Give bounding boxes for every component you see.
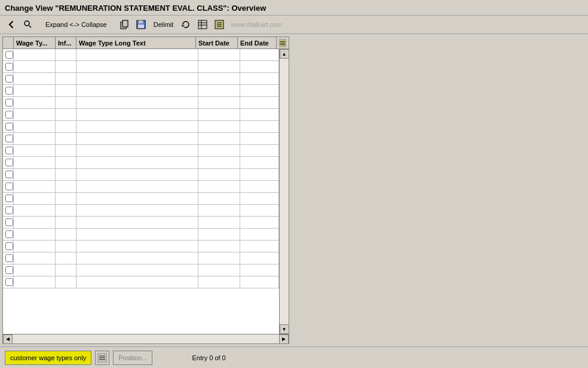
delimit-label: Delimit xyxy=(152,21,175,28)
horizontal-scrollbar[interactable]: ◀ ▶ xyxy=(3,334,289,343)
table-row[interactable] xyxy=(3,73,279,85)
row-end-date xyxy=(240,61,279,72)
row-long-text xyxy=(76,61,198,72)
scroll-down-button[interactable]: ▼ xyxy=(280,324,289,334)
scroll-up-button[interactable]: ▲ xyxy=(280,49,289,59)
row-start-date xyxy=(198,253,240,264)
entry-info: Entry 0 of 0 xyxy=(192,354,225,361)
table-row[interactable] xyxy=(3,109,279,121)
row-checkbox xyxy=(3,276,14,288)
table-row[interactable] xyxy=(3,145,279,157)
position-icon-button[interactable] xyxy=(95,351,109,365)
find-button[interactable] xyxy=(20,18,36,31)
row-wage-type xyxy=(14,264,56,276)
row-long-text xyxy=(76,217,198,228)
right-panel xyxy=(289,37,586,344)
row-inf xyxy=(56,49,76,60)
row-inf xyxy=(56,85,76,96)
row-long-text xyxy=(76,85,198,96)
table-rows xyxy=(3,49,279,334)
table-row[interactable] xyxy=(3,217,279,229)
row-checkbox xyxy=(3,109,14,120)
table-row[interactable] xyxy=(3,276,279,288)
table-scroll-area: ▲ ▼ xyxy=(3,49,289,334)
row-inf xyxy=(56,241,76,252)
row-start-date xyxy=(198,217,240,228)
customer-wage-types-label: customer wage types only xyxy=(10,354,86,361)
row-wage-type xyxy=(14,133,56,144)
scroll-right-button[interactable]: ▶ xyxy=(279,334,289,344)
row-start-date xyxy=(198,133,240,144)
row-inf xyxy=(56,121,76,132)
row-end-date xyxy=(240,133,279,144)
table-row[interactable] xyxy=(3,121,279,133)
row-long-text xyxy=(76,181,198,192)
table-row[interactable] xyxy=(3,253,279,264)
scroll-left-button[interactable]: ◀ xyxy=(3,334,13,344)
footer: customer wage types only Position... Ent… xyxy=(0,346,588,368)
table-row[interactable] xyxy=(3,49,279,61)
row-start-date xyxy=(198,145,240,156)
row-wage-type xyxy=(14,229,56,240)
scroll-track[interactable] xyxy=(280,59,289,324)
customer-wage-types-button[interactable]: customer wage types only xyxy=(5,351,91,365)
content-area: Wage Ty... Inf... Wage Type Long Text St… xyxy=(0,34,588,346)
th-column-config[interactable] xyxy=(277,37,289,48)
table-row[interactable] xyxy=(3,264,279,276)
data-table: Wage Ty... Inf... Wage Type Long Text St… xyxy=(2,37,289,344)
refresh-button[interactable] xyxy=(178,18,194,31)
row-start-date xyxy=(198,241,240,252)
row-start-date xyxy=(198,85,240,96)
position-label: Position... xyxy=(118,354,147,361)
th-start-date: Start Date xyxy=(196,37,238,48)
delimit-button[interactable]: Delimit xyxy=(150,18,177,31)
table-row[interactable] xyxy=(3,85,279,97)
table-button[interactable] xyxy=(195,18,210,31)
table-row[interactable] xyxy=(3,169,279,181)
row-end-date xyxy=(240,85,279,96)
th-end-date: End Date xyxy=(238,37,277,48)
table-row[interactable] xyxy=(3,229,279,241)
row-end-date xyxy=(240,97,279,108)
row-inf xyxy=(56,97,76,108)
table-row[interactable] xyxy=(3,157,279,169)
row-long-text xyxy=(76,109,198,120)
table-row[interactable] xyxy=(3,181,279,193)
save-button[interactable] xyxy=(133,18,149,31)
row-checkbox xyxy=(3,121,14,132)
row-wage-type xyxy=(14,205,56,216)
vertical-scrollbar[interactable]: ▲ ▼ xyxy=(279,49,289,334)
row-end-date xyxy=(240,169,279,180)
row-checkbox xyxy=(3,85,14,96)
table-row[interactable] xyxy=(3,241,279,253)
row-long-text xyxy=(76,73,198,84)
row-checkbox xyxy=(3,193,14,204)
table-row[interactable] xyxy=(3,205,279,217)
th-checkbox xyxy=(3,37,14,48)
table-row[interactable] xyxy=(3,133,279,145)
row-end-date xyxy=(240,145,279,156)
row-end-date xyxy=(240,73,279,84)
row-start-date xyxy=(198,205,240,216)
position-button[interactable]: Position... xyxy=(113,351,152,365)
row-inf xyxy=(56,205,76,216)
row-start-date xyxy=(198,157,240,168)
table-row[interactable] xyxy=(3,61,279,73)
table-row[interactable] xyxy=(3,193,279,205)
svg-rect-5 xyxy=(139,20,143,23)
row-wage-type xyxy=(14,241,56,252)
config-button[interactable] xyxy=(212,18,227,31)
row-long-text xyxy=(76,121,198,132)
row-inf xyxy=(56,193,76,204)
back-button[interactable] xyxy=(4,18,19,31)
row-checkbox xyxy=(3,73,14,84)
copy-button[interactable] xyxy=(117,18,132,31)
th-inf: Inf... xyxy=(56,37,76,48)
row-end-date xyxy=(240,205,279,216)
table-row[interactable] xyxy=(3,97,279,109)
h-scroll-track[interactable] xyxy=(13,334,279,343)
expand-collapse-button[interactable]: Expand <-> Collapse xyxy=(42,18,111,31)
row-start-date xyxy=(198,181,240,192)
row-long-text xyxy=(76,169,198,180)
row-long-text xyxy=(76,253,198,264)
